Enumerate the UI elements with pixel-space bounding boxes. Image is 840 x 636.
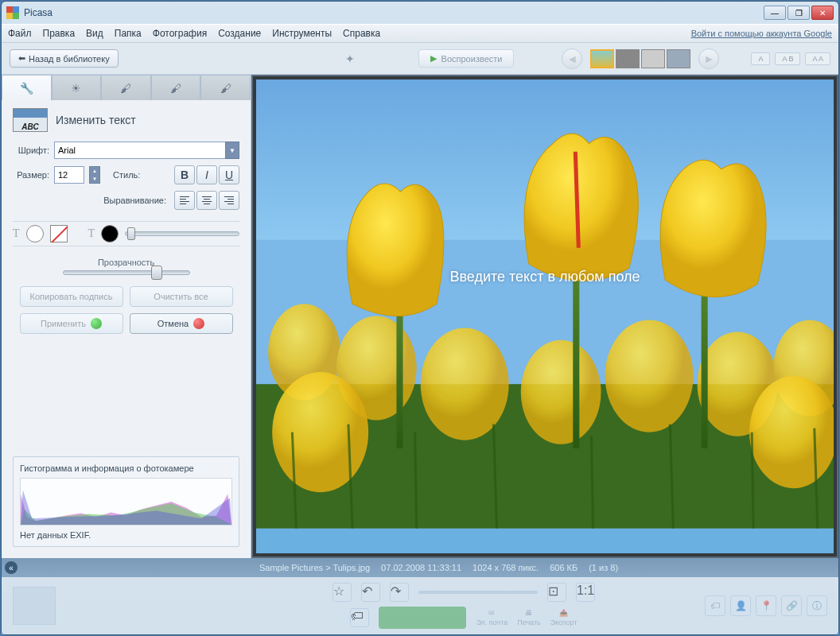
italic-button[interactable]: I	[196, 165, 217, 184]
status-date: 07.02.2008 11:33:11	[381, 563, 461, 572]
rotate-ccw-button[interactable]: ↶	[361, 583, 380, 602]
font-label: Шрифт:	[13, 145, 49, 155]
menu-view[interactable]: Вид	[86, 28, 103, 39]
cancel-button[interactable]: Отмена	[130, 313, 233, 334]
people-icon-button[interactable]: 👤	[730, 595, 751, 616]
menubar: Файл Правка Вид Папка Фотография Создани…	[2, 24, 838, 43]
tab-effects-3[interactable]: 🖌	[200, 75, 251, 100]
view-mode-button[interactable]: A A	[805, 52, 830, 65]
star-button[interactable]: ☆	[332, 583, 352, 602]
clear-all-button[interactable]: Очистить все	[130, 286, 233, 307]
chevron-down-icon: ▼	[90, 175, 99, 183]
maximize-button[interactable]: ❐	[788, 6, 810, 20]
underline-button[interactable]: U	[219, 165, 239, 184]
menu-edit[interactable]: Правка	[43, 28, 76, 39]
histogram-title: Гистограмма и информация о фотокамере	[20, 463, 232, 473]
close-button[interactable]: ✕	[811, 6, 834, 20]
brush-icon: 🖌	[220, 82, 231, 95]
tag-button[interactable]: 🏷	[350, 608, 369, 627]
align-center-button[interactable]	[196, 191, 217, 210]
svg-point-5	[421, 328, 509, 440]
thumbnail-strip	[590, 49, 690, 68]
menu-file[interactable]: Файл	[8, 28, 32, 39]
google-login-link[interactable]: Войти с помощью аккаунта Google	[691, 29, 832, 38]
bold-button[interactable]: B	[174, 165, 195, 184]
transparency-slider[interactable]	[63, 270, 190, 275]
rotate-cw-button[interactable]: ↷	[390, 583, 409, 602]
play-slideshow-button[interactable]: ▶ Воспроизвести	[418, 49, 515, 68]
transparency-label: Прозрачность	[13, 258, 239, 267]
thumbnail[interactable]	[641, 49, 665, 68]
tag-icon-button[interactable]: 🏷	[705, 595, 725, 616]
no-fill-button[interactable]	[50, 225, 68, 242]
svg-line-17	[415, 432, 417, 529]
exif-text: Нет данных EXIF.	[20, 530, 232, 540]
image-canvas[interactable]: Введите текст в любом поле	[256, 80, 834, 553]
share-button[interactable]	[379, 607, 466, 629]
outline-width-slider[interactable]	[125, 231, 239, 236]
align-right-button[interactable]	[219, 191, 239, 210]
next-image-button[interactable]: ►	[698, 48, 719, 69]
minimize-button[interactable]: —	[764, 6, 786, 20]
thumbnail[interactable]	[667, 49, 690, 68]
wrench-icon: 🔧	[20, 82, 33, 95]
print-button[interactable]: 🖶Печать	[517, 609, 540, 626]
tab-tuning[interactable]: ☀	[52, 75, 102, 100]
info-icon-button[interactable]: ⓘ	[807, 595, 827, 616]
menu-help[interactable]: Справка	[343, 28, 380, 39]
print-icon: 🖶	[525, 609, 532, 617]
outline-color-picker[interactable]	[101, 225, 119, 242]
location-icon-button[interactable]: 📍	[756, 595, 776, 616]
link-icon-button[interactable]: 🔗	[781, 595, 802, 616]
fit-button[interactable]: ⊡	[547, 583, 566, 602]
view-mode-button[interactable]: A B	[775, 52, 800, 65]
thumbnail[interactable]	[616, 49, 640, 68]
copy-caption-button[interactable]: Копировать подпись	[20, 286, 123, 307]
image-viewer: Введите текст в любом поле	[251, 75, 838, 558]
filter-icon[interactable]: ✦	[345, 52, 355, 65]
menu-create[interactable]: Создание	[218, 28, 261, 39]
svg-line-19	[591, 436, 593, 529]
selection-thumbnail[interactable]	[13, 587, 56, 625]
arrow-left-icon: ⬅	[18, 53, 25, 64]
email-button[interactable]: ✉Эл. почта	[476, 609, 508, 626]
font-size-input[interactable]	[54, 166, 84, 184]
apply-button[interactable]: Применить	[20, 313, 123, 334]
font-select[interactable]: Arial	[54, 142, 239, 159]
prev-image-button[interactable]: ◄	[562, 48, 582, 69]
back-to-library-button[interactable]: ⬅ Назад в библиотеку	[10, 49, 119, 68]
check-icon	[91, 318, 102, 329]
actual-size-button[interactable]: 1:1	[576, 583, 595, 602]
panel-title: Изменить текст	[56, 114, 136, 126]
zoom-slider[interactable]	[418, 591, 538, 594]
status-dimensions: 1024 x 768 пикс.	[472, 563, 539, 572]
svg-point-13	[272, 372, 368, 492]
tab-effects-2[interactable]: 🖌	[151, 75, 201, 100]
toolbar: ⬅ Назад в библиотеку ✦ ▶ Воспроизвести ◄…	[2, 43, 838, 75]
collapse-tray-button[interactable]: «	[5, 561, 18, 574]
svg-point-14	[749, 376, 834, 488]
menu-tools[interactable]: Инструменты	[272, 28, 332, 39]
tab-effects-1[interactable]: 🖌	[101, 75, 151, 100]
text-entry-overlay[interactable]: Введите текст в любом поле	[449, 269, 640, 285]
titlebar: Picasa — ❐ ✕	[2, 2, 838, 24]
svg-line-21	[752, 432, 753, 529]
thumbnail[interactable]	[590, 49, 614, 68]
size-spinner[interactable]: ▲ ▼	[89, 166, 100, 184]
sun-icon: ☀	[71, 82, 81, 95]
fill-color-label: T	[13, 227, 20, 240]
apply-label: Применить	[41, 319, 86, 328]
align-label: Выравнивание:	[103, 196, 166, 205]
status-path: Sample Pictures > Tulips.jpg	[259, 563, 370, 572]
align-left-button[interactable]	[174, 191, 195, 210]
menu-folder[interactable]: Папка	[115, 28, 142, 39]
menu-photo[interactable]: Фотография	[153, 28, 207, 39]
x-icon	[193, 318, 204, 329]
export-button[interactable]: 📤Экспорт	[550, 609, 578, 626]
fill-color-picker[interactable]	[26, 225, 44, 242]
style-label: Стиль:	[113, 170, 140, 180]
tab-basic-fixes[interactable]: 🔧	[2, 75, 52, 100]
status-index: (1 из 8)	[589, 563, 618, 572]
view-mode-button[interactable]: A	[751, 52, 770, 65]
statusbar: Sample Pictures > Tulips.jpg 07.02.2008 …	[2, 558, 838, 577]
